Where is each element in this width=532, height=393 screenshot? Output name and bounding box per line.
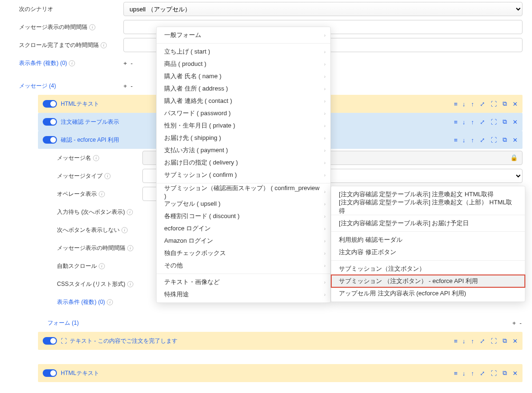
fullscreen-icon[interactable]: ⛶ [491, 101, 497, 108]
menu-item[interactable]: テキスト・画像など› [157, 276, 330, 288]
submenu-item[interactable]: [注文内容確認 定型テーブル表示] お届け予定日 [331, 217, 525, 229]
next-scenario-select[interactable]: upsell （アップセル） [123, 2, 523, 16]
drag-icon[interactable]: ≡ [454, 338, 457, 345]
svg-point-7 [50, 338, 56, 344]
expand-icon[interactable]: ⤢ [480, 338, 485, 345]
chevron-right-icon: › [324, 136, 326, 141]
menu-general[interactable]: 一般フォーム› [157, 29, 330, 41]
drag-icon[interactable]: ≡ [454, 137, 457, 144]
info-icon: i [127, 281, 133, 287]
menu-item[interactable]: 商品 ( product )› [157, 58, 330, 70]
expand-icon[interactable]: ⤢ [480, 370, 485, 377]
input-wait-label: 入力待ち (次へボタン表示)i [57, 208, 142, 216]
move-down-icon[interactable]: ↓ [462, 119, 466, 126]
close-icon[interactable]: ✕ [513, 370, 518, 377]
copy-icon[interactable]: ⧉ [503, 118, 507, 126]
menu-item[interactable]: サブミッション ( confirm )› [157, 169, 330, 181]
menu-item[interactable]: 性別・生年月日 ( private )› [157, 119, 330, 132]
submenu-item[interactable]: サブミッション（注文ボタン） [331, 263, 525, 275]
chevron-right-icon: › [324, 214, 326, 219]
menu-item[interactable]: 購入者 氏名 ( name )› [157, 70, 330, 82]
bar-actions: ≡↓↑⤢⛶⧉✕ [454, 136, 518, 144]
move-up-icon[interactable]: ↑ [471, 101, 475, 108]
chevron-right-icon: › [324, 33, 326, 38]
toggle[interactable] [43, 118, 57, 126]
plus-minus[interactable]: + - [512, 320, 523, 327]
expand-icon[interactable]: ⤢ [480, 137, 485, 144]
conditions-label[interactable]: 表示条件 (複数) (0)i [9, 59, 123, 67]
menu-item[interactable]: 特殊用途› [157, 288, 330, 301]
close-icon[interactable]: ✕ [513, 338, 518, 345]
context-menu: 一般フォーム› 立ち上げ ( start )›商品 ( product )›購入… [156, 27, 331, 303]
menu-item[interactable]: 立ち上げ ( start )› [157, 46, 330, 58]
move-up-icon[interactable]: ↑ [471, 338, 475, 345]
close-icon[interactable]: ✕ [513, 137, 518, 144]
toggle[interactable] [43, 136, 57, 144]
chevron-right-icon: › [324, 173, 326, 178]
fullscreen-icon[interactable]: ⛶ [491, 338, 497, 345]
menu-item[interactable]: お届け先 ( shipping )› [157, 132, 330, 144]
move-down-icon[interactable]: ↓ [462, 101, 466, 108]
info-icon: i [121, 227, 128, 233]
copy-icon[interactable]: ⧉ [503, 337, 507, 345]
menu-item[interactable]: 購入者 住所 ( address )› [157, 82, 330, 95]
child-conditions-label[interactable]: 表示条件 (複数) (0)i [57, 298, 142, 306]
menu-item[interactable]: 独自チェックボックス› [157, 247, 330, 259]
submenu-item[interactable]: 注文内容 修正ボタン [331, 246, 525, 258]
move-down-icon[interactable]: ↓ [462, 137, 466, 144]
menu-item[interactable]: お届け日の指定 ( delivery )› [157, 156, 330, 169]
fullscreen-icon[interactable]: ⛶ [491, 370, 497, 377]
move-up-icon[interactable]: ↑ [471, 137, 475, 144]
chevron-right-icon: › [324, 74, 326, 79]
move-up-icon[interactable]: ↑ [471, 119, 475, 126]
bar-actions: ≡↓↑⤢⛶⧉✕ [454, 100, 518, 108]
plus-minus[interactable]: + - [123, 82, 134, 90]
move-down-icon[interactable]: ↓ [462, 338, 466, 345]
fullscreen-icon[interactable]: ⛶ [491, 119, 497, 126]
plus-minus[interactable]: + - [123, 60, 134, 67]
menu-item[interactable]: ecforce ログイン› [157, 222, 330, 235]
menu-item[interactable]: アップセル ( upsell )› [157, 198, 330, 210]
drag-icon[interactable]: ≡ [454, 119, 457, 126]
messages-label[interactable]: メッセージ (4) [9, 82, 123, 90]
submenu-item[interactable]: [注文内容確認 定型テーブル表示] 注意喚起文（上部） HTML取得 [331, 201, 525, 213]
info-icon: i [69, 60, 75, 66]
drag-icon[interactable]: ≡ [454, 101, 457, 108]
message-bar[interactable]: HTMLテキスト≡↓↑⤢⛶⧉✕ [38, 364, 523, 382]
submenu-item[interactable]: 利用規約 確認モーダル [331, 234, 525, 246]
menu-item[interactable]: 各種割引コード ( discount )› [157, 210, 330, 222]
expand-icon[interactable]: ⤢ [480, 119, 485, 126]
msg-interval-label: メッセージ表示の時間間隔i [9, 23, 123, 31]
expand-icon[interactable]: ⤢ [480, 101, 485, 108]
chevron-right-icon: › [324, 280, 326, 285]
form-label[interactable]: フォーム (1) [47, 316, 79, 330]
menu-item[interactable]: 購入者 連絡先 ( contact )› [157, 95, 330, 107]
chevron-right-icon: › [324, 111, 326, 116]
menu-item[interactable]: Amazon ログイン› [157, 235, 330, 247]
drag-icon[interactable]: ≡ [454, 370, 457, 377]
copy-icon[interactable]: ⧉ [503, 100, 507, 108]
copy-icon[interactable]: ⧉ [503, 136, 507, 144]
toggle[interactable] [43, 100, 57, 108]
svg-point-3 [50, 119, 56, 125]
expand-icon: ⛶ [61, 338, 67, 345]
toggle[interactable] [43, 369, 57, 377]
submenu-item[interactable]: アップセル用 注文内容表示 (ecforce API 利用) [331, 287, 525, 300]
move-down-icon[interactable]: ↓ [462, 370, 466, 377]
move-up-icon[interactable]: ↑ [471, 370, 475, 377]
menu-item[interactable]: 支払い方法 ( payment )› [157, 144, 330, 156]
message-bar-title: テキスト - この内容でご注文を完了します [70, 337, 454, 345]
menu-item[interactable]: サブミッション（確認画面スキップ） ( confirm_preview )› [157, 185, 330, 198]
bar-actions: ≡↓↑⤢⛶⧉✕ [454, 337, 518, 345]
chevron-right-icon: › [324, 49, 326, 55]
info-icon: i [93, 155, 99, 161]
submenu-item[interactable]: サブミッション （注文ボタン） - ecforce API 利用 [331, 275, 525, 287]
close-icon[interactable]: ✕ [513, 119, 518, 126]
menu-item[interactable]: パスワード ( password )› [157, 107, 330, 119]
copy-icon[interactable]: ⧉ [503, 369, 507, 377]
message-bar[interactable]: ⛶テキスト - この内容でご注文を完了します≡↓↑⤢⛶⧉✕ [38, 332, 523, 350]
toggle[interactable] [43, 337, 57, 345]
menu-item[interactable]: その他› [157, 259, 330, 272]
fullscreen-icon[interactable]: ⛶ [491, 137, 497, 144]
close-icon[interactable]: ✕ [513, 101, 518, 108]
